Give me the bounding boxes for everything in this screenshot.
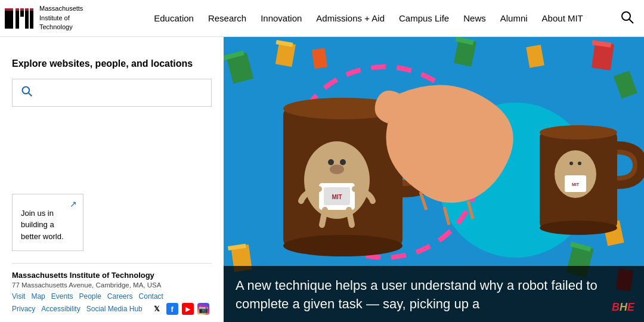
footer-link-visit[interactable]: Visit bbox=[12, 292, 25, 301]
svg-point-36 bbox=[283, 235, 402, 256]
svg-rect-5 bbox=[5, 8, 13, 11]
svg-point-12 bbox=[23, 87, 30, 94]
caption-badge: BHE bbox=[612, 301, 634, 314]
svg-rect-4 bbox=[30, 8, 33, 29]
nav-item-admissions[interactable]: Admissions + Aid bbox=[316, 13, 385, 23]
explore-title: Explore websites, people, and locations bbox=[12, 58, 212, 69]
svg-rect-7 bbox=[20, 8, 24, 11]
footer-link-contact[interactable]: Contact bbox=[139, 292, 163, 301]
mit-logo-icon bbox=[5, 4, 35, 33]
svg-text:MIT: MIT bbox=[572, 182, 580, 187]
search-icon bbox=[620, 10, 634, 24]
caption-text: A new technique helps a user understand … bbox=[236, 277, 632, 314]
svg-point-49 bbox=[565, 154, 586, 176]
footer-link-accessibility[interactable]: Accessibility bbox=[41, 305, 80, 313]
site-header: Massachusetts Institute of Technology Ed… bbox=[0, 0, 644, 37]
social-icons: 𝕏 f ▶ 📷 bbox=[151, 303, 209, 315]
badge-b: B bbox=[612, 301, 620, 313]
badge-e: E bbox=[627, 301, 634, 313]
footer-address: 77 Massachusetts Avenue, Cambridge, MA, … bbox=[12, 281, 212, 289]
footer-institute-name: Massachusetts Institute of Technology bbox=[12, 271, 212, 280]
nav-item-innovation[interactable]: Innovation bbox=[261, 13, 302, 23]
footer-area: Massachusetts Institute of Technology 77… bbox=[12, 263, 212, 322]
footer-links: Visit Map Events People Careers Contact bbox=[12, 292, 212, 301]
logo[interactable]: Massachusetts Institute of Technology bbox=[0, 4, 119, 33]
nav-item-education[interactable]: Education bbox=[154, 13, 194, 23]
nav-item-about[interactable]: About MIT bbox=[542, 13, 583, 23]
svg-point-40 bbox=[340, 159, 346, 165]
svg-rect-3 bbox=[25, 8, 29, 29]
footer-link-events[interactable]: Events bbox=[51, 292, 73, 301]
explore-search-box[interactable] bbox=[12, 79, 212, 107]
svg-rect-19 bbox=[312, 48, 327, 69]
svg-point-50 bbox=[569, 162, 573, 165]
svg-rect-8 bbox=[25, 8, 29, 11]
svg-point-10 bbox=[622, 12, 630, 20]
hero-image: MIT MIT bbox=[224, 37, 644, 322]
join-box[interactable]: ↗ Join us in building a better world. bbox=[12, 194, 83, 252]
svg-point-47 bbox=[540, 221, 617, 235]
facebook-icon[interactable]: f bbox=[166, 303, 178, 315]
arrow-icon: ↗ bbox=[70, 199, 77, 209]
footer-link-privacy[interactable]: Privacy bbox=[12, 305, 35, 313]
footer-link-map[interactable]: Map bbox=[31, 292, 45, 301]
svg-rect-9 bbox=[30, 8, 33, 11]
explore-search-input[interactable] bbox=[38, 88, 203, 98]
nav-item-alumni[interactable]: Alumni bbox=[500, 13, 528, 23]
svg-point-41 bbox=[330, 165, 344, 174]
svg-point-46 bbox=[540, 125, 617, 140]
nav-item-campus-life[interactable]: Campus Life bbox=[399, 13, 449, 23]
search-icon bbox=[21, 85, 33, 100]
svg-point-51 bbox=[578, 162, 581, 165]
svg-line-11 bbox=[630, 20, 634, 24]
caption-overlay: A new technique helps a user understand … bbox=[224, 266, 644, 322]
svg-point-39 bbox=[328, 159, 334, 165]
footer-link-people[interactable]: People bbox=[79, 292, 101, 301]
footer-link-careers[interactable]: Careers bbox=[107, 292, 133, 301]
nav-item-news[interactable]: News bbox=[463, 13, 486, 23]
hero-panel: MIT MIT bbox=[224, 37, 644, 322]
main-nav: Education Research Innovation Admissions… bbox=[119, 13, 618, 23]
svg-line-13 bbox=[29, 93, 32, 96]
left-panel: Explore websites, people, and locations … bbox=[0, 37, 224, 322]
twitter-icon[interactable]: 𝕏 bbox=[151, 303, 163, 315]
footer-links2: Privacy Accessibility Social Media Hub 𝕏… bbox=[12, 303, 212, 315]
nav-item-research[interactable]: Research bbox=[208, 13, 246, 23]
header-search-button[interactable] bbox=[618, 8, 637, 29]
join-box-text: Join us in building a better world. bbox=[21, 208, 75, 243]
footer-link-social-media-hub[interactable]: Social Media Hub bbox=[86, 305, 143, 313]
svg-rect-0 bbox=[5, 8, 13, 29]
youtube-icon[interactable]: ▶ bbox=[182, 303, 194, 315]
logo-text: Massachusetts Institute of Technology bbox=[39, 4, 83, 32]
svg-rect-1 bbox=[16, 8, 19, 29]
badge-h: H bbox=[620, 301, 627, 313]
instagram-icon[interactable]: 📷 bbox=[197, 303, 209, 315]
svg-text:MIT: MIT bbox=[332, 194, 342, 200]
svg-rect-6 bbox=[16, 8, 19, 11]
